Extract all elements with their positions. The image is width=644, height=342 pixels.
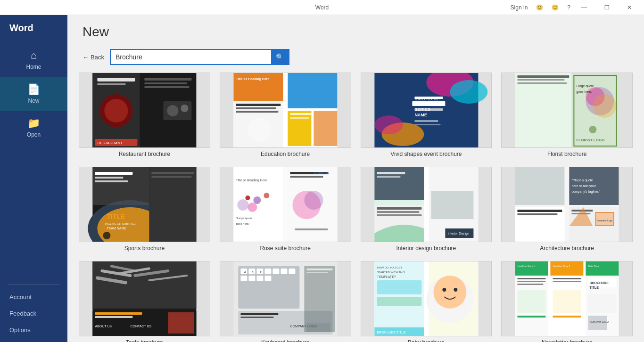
svg-rect-90 <box>377 176 400 178</box>
svg-rect-89 <box>377 172 405 174</box>
template-sports[interactable]: TITLE TAGLINE OR SUBTITLE TEAM NAME Spor… <box>79 167 210 252</box>
svg-rect-25 <box>290 117 309 119</box>
svg-rect-40 <box>414 124 440 125</box>
svg-rect-171 <box>551 261 584 276</box>
svg-rect-148 <box>240 313 278 315</box>
svg-rect-140 <box>264 276 271 281</box>
sidebar-item-options[interactable]: Options <box>0 322 67 338</box>
svg-rect-17 <box>288 73 337 108</box>
svg-rect-138 <box>248 276 255 281</box>
templates-scroll[interactable]: RESTAURANT Restaurant brochure <box>67 73 644 342</box>
svg-text:Data Time: Data Time <box>588 265 599 268</box>
emoji-like-icon[interactable]: 🙂 <box>533 3 546 12</box>
svg-text:RESTAURANT: RESTAURANT <box>97 141 123 145</box>
svg-rect-149 <box>240 317 273 318</box>
svg-rect-19 <box>314 111 337 146</box>
svg-text:Headline Story 2: Headline Story 2 <box>553 265 570 268</box>
template-tools[interactable]: ABOUT US CONTACT US Tools brochure <box>79 261 210 342</box>
template-name-newsletter: Newsletter brochure <box>501 339 633 342</box>
svg-rect-127 <box>168 312 194 334</box>
content-header: New <box>67 15 644 45</box>
restore-button[interactable]: ❐ <box>596 0 618 15</box>
back-button[interactable]: ← Back <box>83 54 104 61</box>
svg-point-77 <box>237 199 248 211</box>
svg-point-31 <box>374 115 403 134</box>
svg-rect-187 <box>518 316 546 318</box>
svg-text:TEMPLATE?: TEMPLATE? <box>377 275 396 278</box>
svg-rect-188 <box>553 316 581 318</box>
svg-rect-102 <box>515 207 565 242</box>
sidebar-item-home[interactable]: ⌂ Home <box>0 43 67 77</box>
template-florist[interactable]: Large quote goes here. FLORIST LOGO Flor… <box>501 73 633 157</box>
svg-rect-146 <box>306 272 328 273</box>
template-education[interactable]: Title as Heading Here Education brochure <box>220 73 351 157</box>
emoji-frown-icon[interactable]: 🙁 <box>549 3 561 12</box>
help-icon[interactable]: ? <box>564 3 573 12</box>
svg-rect-20 <box>236 104 281 106</box>
sidebar-item-open-label: Open <box>27 131 41 138</box>
svg-point-73 <box>245 195 250 200</box>
template-keyboard[interactable]: A S D COMPANY LOGO <box>220 261 351 342</box>
template-thumb-sports: TITLE TAGLINE OR SUBTITLE TEAM NAME <box>79 167 210 242</box>
svg-text:Headline Story 1: Headline Story 1 <box>518 265 535 268</box>
sidebar-item-feedback[interactable]: Feedback <box>0 305 67 322</box>
template-newsletter[interactable]: Headline Story 1 Headline Story 2 Data T… <box>501 261 633 342</box>
svg-text:COMPANY LOGO: COMPANY LOGO <box>590 320 609 323</box>
template-name-baby: Baby brochure <box>361 339 492 342</box>
main-content: New ← Back 🔍 <box>67 15 644 342</box>
svg-text:Title or Heading Here: Title or Heading Here <box>236 179 267 182</box>
sidebar-item-open[interactable]: 📁 Open <box>0 111 67 145</box>
svg-text:STARTED WITH THIS: STARTED WITH THIS <box>377 271 405 274</box>
svg-point-13 <box>181 105 188 112</box>
template-thumb-education: Title as Heading Here <box>220 73 351 148</box>
svg-point-75 <box>264 193 269 198</box>
svg-rect-96 <box>431 191 473 219</box>
svg-rect-124 <box>95 316 132 318</box>
svg-rect-53 <box>518 79 565 81</box>
sidebar-item-new[interactable]: 📄 New <box>0 77 67 111</box>
svg-rect-24 <box>290 113 311 115</box>
folder-icon: 📁 <box>27 117 40 130</box>
svg-rect-139 <box>256 276 263 281</box>
svg-text:HOW DO YOU GET: HOW DO YOU GET <box>377 266 402 269</box>
svg-rect-137 <box>240 276 247 281</box>
svg-rect-54 <box>518 82 567 84</box>
template-vivid[interactable]: HOW DO YOU GET EVENT SERIES NAME Vivid s… <box>361 73 492 157</box>
template-architecture[interactable]: "Place a quote here or add your company'… <box>501 167 633 252</box>
svg-text:goes here.": goes here." <box>236 222 250 225</box>
svg-text:TITLE: TITLE <box>107 213 125 220</box>
close-button[interactable]: ✕ <box>619 0 640 15</box>
svg-rect-103 <box>518 210 562 212</box>
svg-text:EVENT: EVENT <box>414 101 429 106</box>
template-name-keyboard: Keyboard brochure <box>220 339 351 342</box>
search-input[interactable] <box>111 50 271 64</box>
template-restaurant[interactable]: RESTAURANT Restaurant brochure <box>79 73 210 157</box>
svg-rect-39 <box>414 120 438 122</box>
sign-in-button[interactable]: Sign in <box>508 3 531 12</box>
minimize-button[interactable]: — <box>573 0 595 15</box>
sidebar-item-home-label: Home <box>26 64 41 70</box>
svg-text:Contoso: Contoso <box>314 171 329 175</box>
search-button[interactable]: 🔍 <box>271 50 289 64</box>
svg-rect-170 <box>515 261 548 276</box>
template-baby[interactable]: HOW DO YOU GET STARTED WITH THIS TEMPLAT… <box>361 261 492 342</box>
svg-rect-61 <box>95 180 128 182</box>
svg-text:ABOUT US: ABOUT US <box>95 325 112 328</box>
svg-text:SERIES: SERIES <box>414 107 430 112</box>
svg-rect-81 <box>290 176 323 178</box>
svg-text:BROCHURE TITLE: BROCHURE TITLE <box>377 331 405 334</box>
sidebar-item-account[interactable]: Account <box>0 289 67 305</box>
template-name-architecture: Architecture brochure <box>501 245 633 252</box>
svg-rect-133 <box>264 269 271 274</box>
svg-text:Company Logo: Company Logo <box>597 219 613 222</box>
svg-text:A: A <box>244 270 246 274</box>
template-thumb-florist: Large quote goes here. FLORIST LOGO <box>501 73 633 148</box>
template-thumb-restaurant: RESTAURANT <box>79 73 210 148</box>
svg-text:HOW DO YOU GET: HOW DO YOU GET <box>414 98 440 101</box>
svg-rect-104 <box>518 213 558 215</box>
template-rose[interactable]: Title or Heading Here "Large quote goes … <box>220 167 351 252</box>
svg-rect-95 <box>377 214 421 216</box>
svg-rect-135 <box>281 269 287 274</box>
template-interior[interactable]: Interior Design Interior design brochure <box>361 167 492 252</box>
template-name-interior: Interior design brochure <box>361 245 492 252</box>
